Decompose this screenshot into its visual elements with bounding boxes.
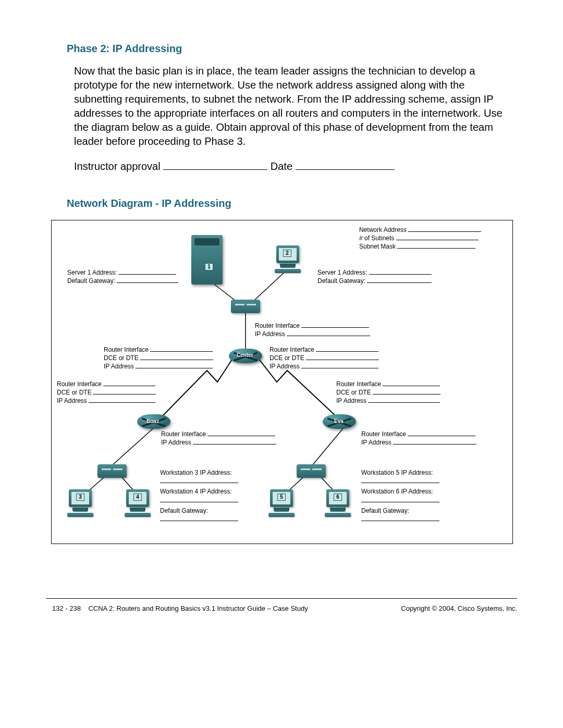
section-title-diagram: Network Diagram - IP Addressing <box>67 198 517 209</box>
device-number-2: 2 <box>283 250 291 257</box>
dce-dte-label-1: DCE or DTE <box>104 354 139 362</box>
router-interface-blank-6[interactable] <box>207 430 275 436</box>
network-diagram: Network Address # of Subnets Subnet Mask… <box>51 220 513 544</box>
server1-left-labels: Server 1 Address: Default Gateway: <box>67 268 178 285</box>
network-address-blank[interactable] <box>408 226 481 232</box>
ip-address-blank-5[interactable] <box>368 397 440 403</box>
eva-serial-iface: Router Interface DCE or DTE IP Address <box>336 380 440 405</box>
dce-dte-blank-3[interactable] <box>93 389 156 394</box>
device-number-5: 5 <box>277 493 286 501</box>
boaz-lan-iface: Router Interface IP Address <box>161 430 276 447</box>
pc2-gateway-label: Default Gateway: <box>317 277 365 285</box>
router-interface-label-5: Router Interface <box>336 380 381 388</box>
ws3-label: Workstation 3 IP Address: <box>160 469 232 476</box>
switch-top-icon <box>231 300 260 313</box>
router-interface-label-2: Router Interface <box>104 346 149 353</box>
dce-dte-blank-4[interactable] <box>373 389 440 394</box>
dce-dte-label-3: DCE or DTE <box>57 389 92 396</box>
footer-copyright: Copyright © 2004, Cisco Systems, Inc. <box>401 604 517 612</box>
router-interface-blank-1[interactable] <box>301 322 369 328</box>
router-interface-label-3: Router Interface <box>270 346 314 353</box>
ws6-blank[interactable] <box>361 497 439 502</box>
ip-address-label-7: IP Address <box>361 439 391 446</box>
network-address-label: Network Address <box>359 226 407 233</box>
dce-dte-label-2: DCE or DTE <box>270 354 304 362</box>
ip-address-blank-2[interactable] <box>136 363 213 368</box>
ip-address-blank-3[interactable] <box>301 363 378 368</box>
ip-address-blank-1[interactable] <box>287 330 370 336</box>
router-interface-blank-7[interactable] <box>408 430 475 436</box>
server1-address-blank[interactable] <box>119 269 176 275</box>
router-interface-blank-2[interactable] <box>150 346 213 352</box>
router-eva-name: Eva <box>334 418 344 424</box>
approval-line: Instructor approval Date <box>74 159 510 172</box>
footer-title: CCNA 2: Routers and Routing Basics v3.1 … <box>88 604 308 612</box>
ws5-label: Workstation 5 IP Address: <box>361 469 433 476</box>
section-title-phase2: Phase 2: IP Addressing <box>67 43 517 55</box>
center-left-iface: Router Interface DCE or DTE IP Address <box>104 346 213 371</box>
footer-rule <box>46 598 517 599</box>
router-interface-label-1: Router Interface <box>255 322 300 329</box>
router-interface-label-7: Router Interface <box>361 430 406 438</box>
page-footer: 132 - 238 CCNA 2: Routers and Routing Ba… <box>52 604 517 612</box>
device-number-3: 3 <box>76 493 84 501</box>
switch-eva-icon <box>297 464 326 478</box>
server-1-icon <box>191 235 223 285</box>
device-number-4: 4 <box>133 493 142 501</box>
eva-lan-iface: Router Interface IP Address <box>361 430 476 447</box>
boaz-gw-label: Default Gateway: <box>160 507 208 514</box>
ws4-label: Workstation 4 IP Address: <box>160 488 232 495</box>
router-interface-blank-3[interactable] <box>316 346 378 352</box>
ip-address-blank-7[interactable] <box>393 439 476 445</box>
svg-line-3 <box>112 428 154 465</box>
subnet-mask-blank[interactable] <box>397 243 475 249</box>
instructor-approval-label: Instructor approval <box>74 161 161 172</box>
server1-address-label: Server 1 Address: <box>67 269 117 276</box>
ws4-blank[interactable] <box>160 497 238 502</box>
router-interface-label-4: Router Interface <box>57 380 102 388</box>
router-interface-label-6: Router Interface <box>161 430 206 438</box>
device-number-1: 1 <box>205 263 213 270</box>
ws3-blank[interactable] <box>160 477 238 483</box>
boaz-gw-blank[interactable] <box>160 515 238 521</box>
router-boaz-name: Boaz <box>146 418 159 424</box>
server1-right-labels: Server 1 Address: Default Gateway: <box>317 268 432 285</box>
svg-line-6 <box>312 428 344 465</box>
boaz-serial-iface: Router Interface DCE or DTE IP Address <box>57 380 156 405</box>
ip-address-label-3: IP Address <box>270 363 300 370</box>
server1-gateway-blank[interactable] <box>117 277 178 283</box>
device-number-6: 6 <box>334 493 342 501</box>
ip-address-label-1: IP Address <box>255 330 285 338</box>
body-paragraph: Now that the basic plan is in place, the… <box>74 64 510 149</box>
router-interface-blank-4[interactable] <box>103 380 155 386</box>
dce-dte-label-4: DCE or DTE <box>336 389 371 396</box>
pc2-gateway-blank[interactable] <box>367 277 432 283</box>
ip-address-label-6: IP Address <box>161 439 191 446</box>
ws5-blank[interactable] <box>361 477 439 483</box>
num-subnets-label: # of Subnets <box>359 235 394 242</box>
num-subnets-blank[interactable] <box>396 235 479 240</box>
approval-blank[interactable] <box>163 159 267 170</box>
ip-address-label-2: IP Address <box>104 363 134 370</box>
pc2-address-blank[interactable] <box>369 269 432 275</box>
eva-ws-labels: Workstation 5 IP Address: Workstation 6 … <box>361 468 439 523</box>
dce-dte-blank-1[interactable] <box>140 354 213 360</box>
boaz-ws-labels: Workstation 3 IP Address: Workstation 4 … <box>160 468 238 523</box>
date-label: Date <box>271 161 292 172</box>
router-center-name: Center <box>237 352 253 358</box>
ip-address-blank-4[interactable] <box>89 397 155 403</box>
center-right-iface: Router Interface DCE or DTE IP Address <box>270 346 379 371</box>
eva-gw-blank[interactable] <box>361 515 439 521</box>
dce-dte-blank-2[interactable] <box>306 354 379 360</box>
router-interface-blank-5[interactable] <box>383 380 440 386</box>
switch-boaz-icon <box>97 464 127 478</box>
pc2-address-label: Server 1 Address: <box>317 269 367 276</box>
ip-address-label-5: IP Address <box>336 397 366 404</box>
date-blank[interactable] <box>296 159 395 170</box>
ip-address-label-4: IP Address <box>57 397 87 404</box>
subnet-mask-label: Subnet Mask <box>359 243 396 250</box>
network-address-block: Network Address # of Subnets Subnet Mask <box>359 226 481 251</box>
server1-gateway-label: Default Gateway: <box>67 277 115 285</box>
page: Phase 2: IP Addressing Now that the basi… <box>0 0 563 728</box>
ip-address-blank-6[interactable] <box>193 439 276 445</box>
